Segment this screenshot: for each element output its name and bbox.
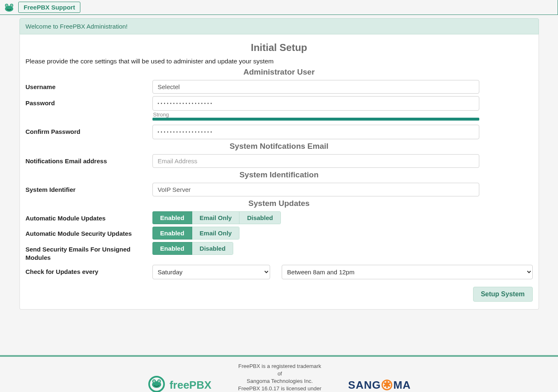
freepbx-logo-text: freePBX [169, 379, 211, 392]
footer-line1: FreePBX is a registered trademark of [236, 363, 323, 377]
frog-icon [3, 3, 15, 12]
svg-point-13 [154, 381, 155, 382]
section-sys-ident: System Identification [26, 170, 533, 179]
sys-identifier-label: System Identifier [26, 183, 152, 193]
check-updates-day-select[interactable]: Saturday [152, 265, 271, 279]
auto-module-sec-updates-group: Enabled Email Only [152, 227, 240, 240]
send-sec-emails-label: Send Security Emails For Unsigned Module… [26, 242, 152, 262]
password-strength-bar [152, 118, 479, 121]
password-label: Password [26, 96, 152, 106]
auto-module-updates-enabled[interactable]: Enabled [152, 211, 192, 224]
auto-module-sec-updates-email-only[interactable]: Email Only [192, 227, 240, 240]
auto-module-updates-email-only[interactable]: Email Only [192, 211, 240, 224]
notif-email-label: Notifications Email address [26, 154, 152, 165]
send-sec-emails-enabled[interactable]: Enabled [152, 242, 192, 255]
auto-module-updates-disabled[interactable]: Disabled [239, 211, 281, 224]
footer: freePBX FreePBX is a registered trademar… [0, 357, 558, 392]
footer-text: FreePBX is a registered trademark of San… [236, 363, 323, 392]
auto-module-updates-group: Enabled Email Only Disabled [152, 211, 281, 224]
welcome-banner: Welcome to FreePBX Administration! [19, 18, 539, 34]
confirm-password-input[interactable] [152, 125, 479, 139]
username-label: Username [26, 80, 152, 90]
sangoma-post: MA [393, 379, 411, 392]
section-admin-user: Administrator User [26, 68, 533, 77]
footer-line3: FreePBX 16.0.17 is licensed under the GP… [236, 385, 323, 392]
send-sec-emails-disabled[interactable]: Disabled [192, 242, 234, 255]
username-input[interactable] [152, 80, 479, 94]
sangoma-asterisk-icon: ✱ [382, 380, 392, 390]
auto-module-sec-updates-label: Automatic Module Security Updates [26, 227, 152, 237]
check-updates-time-select[interactable]: Between 8am and 12pm [282, 265, 532, 279]
svg-point-14 [159, 381, 159, 382]
auto-module-updates-label: Automatic Module Updates [26, 211, 152, 222]
intro-text: Please provide the core settings that wi… [26, 58, 533, 65]
section-sys-updates: System Updates [26, 199, 533, 208]
send-sec-emails-group: Enabled Disabled [152, 242, 234, 255]
sangoma-logo: SANG ✱ MA [348, 379, 411, 392]
notif-email-input[interactable] [152, 154, 479, 168]
section-notif-email: System Notifcations Email [26, 142, 533, 151]
sangoma-pre: SANG [348, 379, 381, 392]
confirm-password-label: Confirm Password [26, 125, 152, 135]
freepbx-support-button[interactable]: FreePBX Support [18, 2, 80, 13]
password-input[interactable] [152, 96, 479, 111]
password-strength-label: Strong [153, 111, 479, 118]
freepbx-logo: freePBX [147, 375, 211, 392]
footer-line2: Sangoma Technologies Inc. [236, 377, 323, 385]
auto-module-sec-updates-enabled[interactable]: Enabled [152, 227, 192, 240]
page-title: Initial Setup [26, 42, 533, 53]
setup-panel: Initial Setup Please provide the core se… [19, 34, 539, 310]
svg-point-6 [11, 5, 12, 6]
sys-identifier-input[interactable] [152, 183, 479, 196]
svg-point-5 [6, 5, 7, 6]
setup-system-button[interactable]: Setup System [473, 287, 533, 302]
check-updates-every-label: Check for Updates every [26, 265, 152, 275]
topbar: FreePBX Support [0, 0, 558, 15]
